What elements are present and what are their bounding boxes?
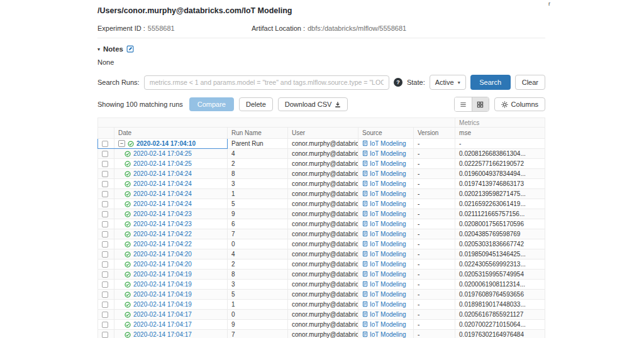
row-select-cell [98, 259, 114, 270]
row-checkbox[interactable] [102, 221, 108, 227]
run-source-cell: IoT Modeling [358, 219, 414, 229]
run-version-cell: - [414, 300, 455, 310]
run-source-link[interactable]: IoT Modeling [370, 180, 406, 187]
col-header-mse[interactable]: mse [455, 128, 545, 139]
search-input[interactable] [144, 75, 389, 90]
run-source-link[interactable]: IoT Modeling [370, 331, 406, 338]
run-source-link[interactable]: IoT Modeling [370, 261, 406, 268]
run-source-link[interactable]: IoT Modeling [370, 190, 406, 197]
run-date-link[interactable]: 2020-02-14 17:04:10 [136, 140, 196, 147]
run-source-link[interactable]: IoT Modeling [370, 170, 406, 177]
row-checkbox[interactable] [102, 241, 108, 248]
run-source-link[interactable]: IoT Modeling [370, 140, 406, 147]
run-date-link[interactable]: 2020-02-14 17:04:19 [133, 301, 192, 308]
run-date-link[interactable]: 2020-02-14 17:04:20 [133, 251, 192, 258]
run-date-link[interactable]: 2020-02-14 17:04:25 [133, 150, 192, 157]
run-mse-cell: 0.01976089764593656 [455, 290, 545, 300]
row-checkbox[interactable] [102, 251, 108, 258]
run-mse-cell: 0.0202139598271475... [455, 189, 545, 199]
run-source-link[interactable]: IoT Modeling [370, 150, 406, 157]
run-date-link[interactable]: 2020-02-14 17:04:19 [133, 271, 192, 278]
run-source-link[interactable]: IoT Modeling [370, 221, 406, 227]
run-source-link[interactable]: IoT Modeling [370, 241, 406, 248]
clear-button[interactable]: Clear [515, 75, 545, 90]
view-mode-toggle [454, 97, 489, 112]
run-source-link[interactable]: IoT Modeling [370, 281, 406, 288]
row-checkbox[interactable] [102, 302, 108, 308]
run-name-cell: 2 [228, 259, 288, 270]
run-name-cell: 3 [228, 280, 288, 290]
col-header-source[interactable]: Source [358, 128, 414, 139]
row-checkbox[interactable] [102, 171, 108, 177]
list-view-button[interactable] [455, 97, 472, 111]
run-source-link[interactable]: IoT Modeling [370, 321, 406, 328]
row-checkbox[interactable] [102, 231, 108, 237]
row-checkbox[interactable] [102, 332, 108, 338]
col-header-date[interactable]: Date [114, 128, 228, 139]
row-checkbox[interactable] [102, 271, 108, 278]
grid-view-button[interactable] [472, 97, 489, 111]
run-date-link[interactable]: 2020-02-14 17:04:23 [133, 221, 192, 227]
run-source-link[interactable]: IoT Modeling [370, 251, 406, 258]
row-checkbox[interactable] [102, 322, 108, 328]
delete-button[interactable]: Delete [239, 97, 273, 111]
row-checkbox[interactable] [102, 292, 108, 298]
table-group-header-row: Metrics [98, 118, 545, 128]
run-date-link[interactable]: 2020-02-14 17:04:17 [133, 321, 192, 328]
run-name-cell: 8 [228, 270, 288, 280]
run-source-link[interactable]: IoT Modeling [370, 200, 406, 207]
run-source-link[interactable]: IoT Modeling [370, 291, 406, 298]
row-checkbox[interactable] [102, 211, 108, 217]
row-checkbox[interactable] [102, 161, 108, 167]
columns-button[interactable]: Columns [494, 97, 545, 111]
run-date-link[interactable]: 2020-02-14 17:04:24 [133, 180, 192, 187]
run-source-link[interactable]: IoT Modeling [370, 160, 406, 167]
select-all-header-cell [98, 128, 114, 139]
run-date-link[interactable]: 2020-02-14 17:04:19 [133, 291, 192, 298]
download-csv-button[interactable]: Download CSV [278, 97, 348, 111]
run-date-link[interactable]: 2020-02-14 17:04:22 [133, 231, 192, 237]
row-checkbox[interactable] [102, 151, 108, 157]
run-date-link[interactable]: 2020-02-14 17:04:17 [133, 331, 192, 338]
run-source-cell: IoT Modeling [358, 280, 414, 290]
run-source-link[interactable]: IoT Modeling [370, 231, 406, 237]
run-row: 2020-02-14 17:04:243conor.murphy@databri… [98, 179, 545, 189]
run-date-cell: 2020-02-14 17:04:24 [114, 169, 228, 179]
run-date-link[interactable]: 2020-02-14 17:04:17 [133, 311, 192, 318]
run-date-cell: −2020-02-14 17:04:10 [114, 139, 228, 149]
run-date-link[interactable]: 2020-02-14 17:04:22 [133, 241, 192, 248]
compare-button[interactable]: Compare [189, 97, 234, 111]
row-checkbox[interactable] [102, 141, 108, 147]
state-dropdown[interactable]: Active ▾ [430, 75, 466, 90]
run-date-link[interactable]: 2020-02-14 17:04:24 [133, 170, 192, 177]
row-checkbox[interactable] [102, 281, 108, 288]
edit-notes-icon[interactable] [126, 45, 134, 53]
run-date-link[interactable]: 2020-02-14 17:04:20 [133, 261, 192, 268]
col-header-version[interactable]: Version [414, 128, 455, 139]
run-source-link[interactable]: IoT Modeling [370, 271, 406, 278]
run-date-link[interactable]: 2020-02-14 17:04:19 [133, 281, 192, 288]
row-checkbox[interactable] [102, 312, 108, 318]
run-date-cell: 2020-02-14 17:04:17 [114, 320, 228, 330]
run-date-link[interactable]: 2020-02-14 17:04:23 [133, 210, 192, 217]
run-date-link[interactable]: 2020-02-14 17:04:24 [133, 190, 192, 197]
row-checkbox[interactable] [102, 201, 108, 207]
run-source-link[interactable]: IoT Modeling [370, 301, 406, 308]
search-button[interactable]: Search [470, 75, 511, 90]
run-name-cell: 9 [228, 209, 288, 219]
run-date-link[interactable]: 2020-02-14 17:04:24 [133, 200, 192, 207]
run-source-link[interactable]: IoT Modeling [370, 210, 406, 217]
page-title: /Users/conor.murphy@databricks.com/IoT M… [97, 6, 545, 15]
row-checkbox[interactable] [102, 181, 108, 187]
help-icon[interactable]: ? [394, 78, 402, 87]
notes-section-toggle[interactable]: ▾ Notes [97, 45, 545, 53]
run-row: 2020-02-14 17:04:245conor.murphy@databri… [98, 199, 545, 209]
col-header-run-name[interactable]: Run Name [228, 128, 288, 139]
run-source-link[interactable]: IoT Modeling [370, 311, 406, 318]
col-header-user[interactable]: User [288, 128, 358, 139]
run-date-link[interactable]: 2020-02-14 17:04:25 [133, 160, 192, 167]
collapse-children-icon[interactable]: − [118, 140, 125, 147]
row-checkbox[interactable] [102, 261, 108, 268]
row-checkbox[interactable] [102, 191, 108, 197]
run-mse-cell: 0.0207002271015064... [455, 320, 545, 330]
